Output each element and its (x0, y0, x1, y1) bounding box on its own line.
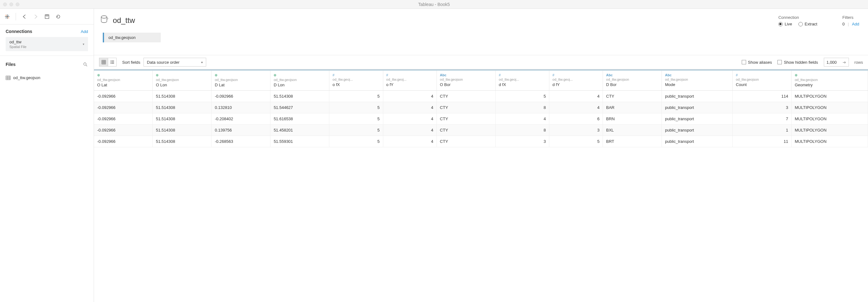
table-cell[interactable]: BRN (603, 113, 662, 125)
show-hidden-checkbox[interactable]: Show hidden fields (777, 60, 818, 65)
table-cell[interactable]: 114 (733, 91, 792, 102)
back-icon[interactable] (22, 14, 27, 20)
table-cell[interactable]: 8 (495, 102, 549, 113)
column-header[interactable]: ⊕od_ttw.geojsonGeometry (792, 70, 868, 91)
table-cell[interactable]: 5 (495, 91, 549, 102)
data-grid[interactable]: ⊕od_ttw.geojsonO Lat⊕od_ttw.geojsonO Lon… (94, 70, 868, 302)
rows-input[interactable]: 1,000 ➔ (824, 58, 849, 66)
column-header[interactable]: #od_ttw.geoj...d fY (549, 70, 603, 91)
table-cell[interactable]: 51.514308 (153, 91, 212, 102)
table-cell[interactable]: MULTIPOLYGON (792, 102, 868, 113)
show-aliases-checkbox[interactable]: Show aliases (742, 60, 772, 65)
column-header[interactable]: #od_ttw.geoj...o fX (329, 70, 383, 91)
add-connection-link[interactable]: Add (81, 29, 88, 34)
add-filter-link[interactable]: Add (852, 22, 859, 26)
table-cell[interactable]: 51.544627 (271, 102, 329, 113)
table-cell[interactable]: CTY (436, 125, 495, 136)
close-window-button[interactable] (3, 2, 7, 6)
table-cell[interactable]: -0.208402 (212, 113, 271, 125)
connection-item[interactable]: od_ttw Spatial File ▾ (6, 37, 88, 51)
file-item[interactable]: od_ttw.geojson (0, 74, 94, 82)
table-cell[interactable]: public_transport (662, 136, 733, 147)
table-cell[interactable]: 51.616538 (271, 113, 329, 125)
column-header[interactable]: Abcod_ttw.geojsonD Bor (603, 70, 662, 91)
table-cell[interactable]: 6 (549, 113, 603, 125)
table-cell[interactable]: CTY (436, 136, 495, 147)
table-row[interactable]: -0.09296651.5143080.13281051.54462754CTY… (94, 102, 868, 113)
extract-radio[interactable]: Extract (799, 22, 817, 26)
minimize-window-button[interactable] (9, 2, 13, 6)
table-cell[interactable]: 51.514308 (153, 113, 212, 125)
table-cell[interactable]: 4 (383, 102, 436, 113)
datasource-name[interactable]: od_ttw (113, 16, 135, 25)
table-cell[interactable]: 5 (329, 91, 383, 102)
table-cell[interactable]: 4 (383, 125, 436, 136)
column-header[interactable]: #od_ttw.geoj...d fX (495, 70, 549, 91)
column-header[interactable]: ⊕od_ttw.geojsonO Lat (94, 70, 153, 91)
table-cell[interactable]: 5 (549, 136, 603, 147)
table-cell[interactable]: 51.514308 (153, 102, 212, 113)
table-cell[interactable]: -0.092966 (94, 136, 153, 147)
table-cell[interactable]: 3 (733, 102, 792, 113)
column-header[interactable]: Abcod_ttw.geojsonMode (662, 70, 733, 91)
table-cell[interactable]: -0.092966 (212, 91, 271, 102)
table-cell[interactable]: 4 (383, 113, 436, 125)
column-header[interactable]: #od_ttw.geoj...o fY (383, 70, 436, 91)
table-cell[interactable]: -0.092966 (94, 91, 153, 102)
table-cell[interactable]: -0.092966 (94, 125, 153, 136)
table-cell[interactable]: public_transport (662, 102, 733, 113)
table-cell[interactable]: 4 (495, 113, 549, 125)
table-cell[interactable]: 7 (733, 113, 792, 125)
table-cell[interactable]: 5 (329, 125, 383, 136)
refresh-icon[interactable] (56, 14, 61, 20)
table-cell[interactable]: CTY (436, 102, 495, 113)
table-row[interactable]: -0.09296651.514308-0.20840251.61653854CT… (94, 113, 868, 125)
database-icon[interactable] (100, 15, 108, 25)
list-view-button[interactable] (108, 58, 117, 66)
table-cell[interactable]: BRT (603, 136, 662, 147)
table-cell[interactable]: 0.139756 (212, 125, 271, 136)
table-row[interactable]: -0.09296651.514308-0.09296651.51430854CT… (94, 91, 868, 102)
table-cell[interactable]: 51.514308 (271, 91, 329, 102)
canvas[interactable]: od_ttw.geojson (94, 29, 868, 55)
save-icon[interactable] (44, 14, 50, 20)
table-cell[interactable]: MULTIPOLYGON (792, 91, 868, 102)
table-cell[interactable]: 3 (549, 125, 603, 136)
table-cell[interactable]: MULTIPOLYGON (792, 125, 868, 136)
table-cell[interactable]: 11 (733, 136, 792, 147)
column-header[interactable]: #od_ttw.geojsonCount (733, 70, 792, 91)
maximize-window-button[interactable] (16, 2, 20, 6)
table-cell[interactable]: 5 (329, 102, 383, 113)
table-cell[interactable]: 5 (329, 113, 383, 125)
table-cell[interactable]: -0.268563 (212, 136, 271, 147)
table-cell[interactable]: 4 (549, 91, 603, 102)
table-cell[interactable]: 4 (549, 102, 603, 113)
search-icon[interactable] (83, 61, 88, 67)
table-cell[interactable]: public_transport (662, 91, 733, 102)
table-cell[interactable]: 4 (383, 136, 436, 147)
table-cell[interactable]: -0.092966 (94, 102, 153, 113)
column-header[interactable]: ⊕od_ttw.geojsonD Lon (271, 70, 329, 91)
table-cell[interactable]: CTY (436, 113, 495, 125)
grid-view-button[interactable] (99, 58, 108, 66)
table-cell[interactable]: -0.092966 (94, 113, 153, 125)
table-cell[interactable]: CTY (603, 91, 662, 102)
table-cell[interactable]: 51.559301 (271, 136, 329, 147)
table-cell[interactable]: 51.514308 (153, 136, 212, 147)
table-cell[interactable]: BAR (603, 102, 662, 113)
table-pill[interactable]: od_ttw.geojson (103, 33, 161, 43)
tableau-logo-icon[interactable] (4, 14, 10, 20)
table-cell[interactable]: BXL (603, 125, 662, 136)
table-cell[interactable]: 8 (495, 125, 549, 136)
table-cell[interactable]: MULTIPOLYGON (792, 136, 868, 147)
table-cell[interactable]: 51.458201 (271, 125, 329, 136)
table-row[interactable]: -0.09296651.514308-0.26856351.55930154CT… (94, 136, 868, 147)
table-cell[interactable]: 0.132810 (212, 102, 271, 113)
table-row[interactable]: -0.09296651.5143080.13975651.45820154CTY… (94, 125, 868, 136)
table-cell[interactable]: 51.514308 (153, 125, 212, 136)
table-cell[interactable]: CTY (436, 91, 495, 102)
table-cell[interactable]: 3 (495, 136, 549, 147)
column-header[interactable]: Abcod_ttw.geojsonO Bor (436, 70, 495, 91)
table-cell[interactable]: public_transport (662, 125, 733, 136)
column-header[interactable]: ⊕od_ttw.geojsonD Lat (212, 70, 271, 91)
